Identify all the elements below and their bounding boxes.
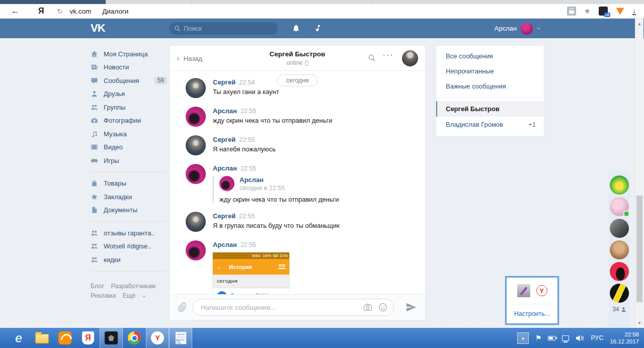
action-center-flag-icon[interactable]: ⚑: [535, 334, 542, 342]
taskbar-explorer-button[interactable]: [30, 328, 53, 348]
notifications-bell-icon[interactable]: [292, 24, 300, 33]
yandex-logo-icon[interactable]: Я: [38, 7, 44, 16]
emoji-smiley-icon[interactable]: [378, 302, 388, 312]
volume-tray-icon[interactable]: [576, 334, 584, 342]
mobile-online-badge: [623, 211, 629, 217]
photo-attachment-qiwi-screenshot[interactable]: 0KB/c 100% 22:54 ← История сегодня: [213, 252, 289, 294]
sidebar-item-docs[interactable]: Документы: [91, 204, 167, 217]
avatar[interactable]: [186, 107, 206, 127]
filter-unread[interactable]: Непрочитанные: [436, 64, 544, 79]
message-author[interactable]: Арслан: [213, 107, 237, 115]
scroll-up-arrow[interactable]: ▲: [635, 22, 643, 26]
network-tray-icon[interactable]: [562, 335, 569, 341]
sidebar-item-community-2[interactable]: Wotsell #digise..: [91, 240, 167, 253]
friend-avatar[interactable]: [610, 176, 629, 195]
browser-tab-strip: [0, 0, 644, 4]
vk-logo[interactable]: VK: [91, 22, 105, 35]
message-with-quote: Арслан22:55 Арслан сегодня в 22:55 жду с…: [186, 164, 409, 203]
taskbar-ie-button[interactable]: e: [7, 328, 30, 348]
camera-icon[interactable]: [363, 302, 373, 312]
downloads-icon[interactable]: ↓: [632, 8, 636, 15]
messages-list: сегодня Сергей22:54 Ты ахуел гани а каун…: [170, 71, 425, 294]
avatar[interactable]: [186, 135, 206, 155]
avatar[interactable]: [186, 164, 206, 184]
account-menu[interactable]: Арслан: [495, 19, 539, 38]
scrollbar-thumb[interactable]: [636, 196, 642, 302]
message-author[interactable]: Сергей: [213, 78, 235, 86]
send-icon[interactable]: [405, 302, 417, 313]
footer-link-more[interactable]: Ещё: [123, 292, 149, 299]
friend-avatar[interactable]: [610, 197, 629, 216]
customize-tray-link[interactable]: Настроить...: [507, 304, 557, 323]
metamask-extension-icon[interactable]: [616, 8, 624, 15]
filter-all-messages[interactable]: Все сообщения: [436, 49, 544, 64]
refresh-icon[interactable]: ↻: [57, 8, 63, 15]
sidebar-item-groups[interactable]: Группы: [91, 101, 167, 114]
message-text: Ты ахуел гани а каунт: [213, 88, 279, 96]
taskbar-notepad-button[interactable]: [169, 328, 192, 348]
sidebar-item-market[interactable]: Товары: [91, 177, 167, 191]
show-hidden-icons-button[interactable]: ▲: [517, 332, 529, 344]
community-icon: [91, 242, 98, 250]
video-icon: [91, 143, 98, 151]
site-lock-icon[interactable]: [567, 7, 576, 16]
clock[interactable]: 22:58 16.12.2017: [610, 331, 639, 345]
sidebar-item-profile[interactable]: Моя Страница: [91, 47, 167, 61]
address-bar[interactable]: ↻ vk.com Диалоги: [57, 8, 129, 15]
attach-paperclip-icon[interactable]: [177, 302, 187, 312]
conversation-item-selected[interactable]: Сергей Быстров: [436, 101, 544, 117]
pen-tablet-tray-icon[interactable]: [517, 284, 530, 297]
friend-avatar[interactable]: [610, 262, 629, 281]
avatar[interactable]: [219, 176, 234, 191]
message: Арслан22:55 жду скрин чека что ты отправ…: [186, 107, 409, 127]
avatar[interactable]: [186, 78, 206, 98]
taskbar-yandex-button[interactable]: Я: [76, 328, 100, 348]
sidebar-item-video[interactable]: Видео: [91, 141, 167, 154]
sidebar-item-community-1[interactable]: отзывы гаранта..: [91, 226, 167, 240]
url-text[interactable]: vk.com: [69, 8, 91, 15]
yandex-browser-tray-icon[interactable]: Y: [536, 285, 547, 296]
friend-avatar[interactable]: [610, 219, 629, 238]
bookmark-star-icon[interactable]: ★: [584, 7, 591, 16]
quoted-author[interactable]: Арслан: [239, 176, 285, 184]
chat-actions-menu-icon[interactable]: ···: [383, 51, 394, 60]
taskbar-ucbrowser-button[interactable]: [53, 328, 76, 348]
conversation-item[interactable]: Владислав Громов +1: [436, 117, 544, 132]
avatar[interactable]: [186, 212, 206, 232]
friend-avatar[interactable]: [610, 284, 629, 303]
taskbar-wot-button[interactable]: [100, 328, 123, 348]
global-search-input[interactable]: Поиск: [169, 22, 278, 35]
sidebar-item-photos[interactable]: Фотографии: [91, 114, 167, 128]
sidebar-item-music[interactable]: Музыка: [91, 127, 167, 141]
battery-tray-icon[interactable]: [548, 336, 555, 340]
music-icon[interactable]: [314, 24, 322, 33]
taskbar-chrome-button[interactable]: [123, 328, 146, 348]
page-scrollbar[interactable]: ▲ ▼: [635, 19, 643, 328]
friend-avatar[interactable]: [610, 240, 629, 259]
footer-link-developers[interactable]: Разработчикам: [111, 283, 156, 290]
message-author[interactable]: Сергей: [213, 212, 235, 220]
footer-link-ads[interactable]: Реклама: [91, 292, 116, 299]
avatar[interactable]: [186, 240, 206, 260]
sidebar-item-bookmarks[interactable]: Закладки: [91, 190, 167, 204]
friends-online-count[interactable]: 34: [609, 306, 630, 313]
sidebar-item-friends[interactable]: Друзья: [91, 88, 167, 101]
sidebar-item-messages[interactable]: Сообщения 59: [91, 74, 167, 88]
message-author[interactable]: Сергей: [213, 136, 235, 143]
language-indicator[interactable]: РУС: [591, 334, 603, 341]
message-author[interactable]: Арслан: [213, 241, 237, 248]
date-divider[interactable]: сегодня: [277, 74, 317, 86]
sidebar-item-games[interactable]: Игры: [91, 154, 167, 167]
taskbar-yandex-browser-button[interactable]: Y: [146, 328, 169, 348]
adblock-extension-icon[interactable]: off: [599, 7, 608, 16]
chat-peer-avatar[interactable]: [402, 50, 418, 66]
filter-important[interactable]: Важные сообщения: [436, 79, 544, 94]
chat-search-icon[interactable]: [368, 54, 376, 62]
footer-link-blog[interactable]: Блог: [91, 283, 104, 290]
sidebar-item-news[interactable]: Новости: [91, 61, 167, 74]
sidebar-item-community-3[interactable]: кидки: [91, 253, 167, 267]
scroll-down-arrow[interactable]: ▼: [635, 321, 643, 325]
active-tab[interactable]: [0, 0, 106, 4]
message-author[interactable]: Арслан: [213, 164, 237, 172]
browser-back-button[interactable]: ←: [11, 6, 26, 16]
